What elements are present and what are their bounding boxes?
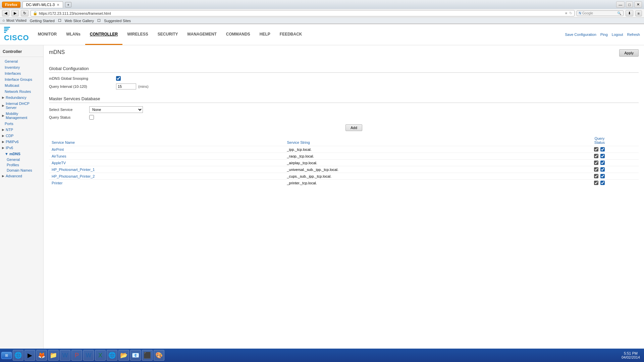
table-row: HP_Photosmart_Printer_2_cups._sub._ipp._… <box>49 173 639 180</box>
logout-link[interactable]: Logout <box>612 33 623 37</box>
address-bar[interactable]: 🔒 https://172.23.111.23/screens/frameset… <box>31 10 575 16</box>
add-button[interactable]: Add <box>345 124 362 131</box>
service-name-link-3[interactable]: HP_Photosmart_Printer_1 <box>52 168 95 172</box>
taskbar-clock: 5:51 PM 04/02/2014 <box>619 351 643 356</box>
nav-management[interactable]: MANAGEMENT <box>183 24 221 45</box>
taskbar-firefox-icon[interactable]: 🦊 <box>36 350 47 356</box>
service-name-link-5[interactable]: Printer <box>52 181 62 185</box>
select-service-dropdown[interactable]: None <box>89 106 143 113</box>
query-status-cell-2 <box>560 160 639 166</box>
query-interval-input[interactable] <box>116 83 136 89</box>
service-name-link-2[interactable]: AppleTV <box>52 161 66 165</box>
service-string-2: _airplay._tcp.local. <box>284 160 560 166</box>
new-tab-button[interactable]: + <box>65 2 71 7</box>
sidebar-item-ntp[interactable]: ▶NTP <box>0 127 43 133</box>
sidebar-item-redundancy[interactable]: ▶Redundancy <box>0 95 43 101</box>
row-check-2[interactable] <box>594 161 598 165</box>
sidebar-item-general[interactable]: General <box>0 58 43 64</box>
cisco-bar-3 <box>4 30 7 31</box>
app-container: CISCO MONITOR WLANs CONTROLLER WIRELESS … <box>0 24 644 356</box>
bookmark-web-slice[interactable]: Web Slice Gallery <box>65 18 94 23</box>
sidebar-sub-profiles[interactable]: Profiles <box>0 162 43 168</box>
nav-monitor[interactable]: MONITOR <box>33 24 61 45</box>
nav-commands[interactable]: COMMANDS <box>221 24 255 45</box>
row-query-check-5[interactable] <box>600 181 605 185</box>
service-name-link-4[interactable]: HP_Photosmart_Printer_2 <box>52 174 95 178</box>
query-status-cell-4 <box>560 173 639 180</box>
taskbar-network-icon[interactable]: 🌐 <box>107 350 117 356</box>
firefox-button[interactable]: Firefox <box>2 2 20 8</box>
sidebar-item-mdns[interactable]: ▼mDNS <box>0 151 43 157</box>
minimize-button[interactable]: — <box>616 1 625 8</box>
taskbar-powerpoint-icon[interactable]: P <box>71 350 82 356</box>
taskbar-word-icon[interactable]: W <box>60 350 70 356</box>
row-check-1[interactable] <box>594 154 598 158</box>
taskbar-paint-icon[interactable]: 🎨 <box>154 350 164 356</box>
sidebar-item-dhcp[interactable]: ▶Internal DHCP Server <box>0 101 43 111</box>
sidebar-item-network-routes[interactable]: Network Routes <box>0 88 43 95</box>
row-query-check-1[interactable] <box>600 154 605 158</box>
bookmark-suggested[interactable]: Suggested Sites <box>104 18 131 23</box>
ipv6-arrow-icon: ▶ <box>2 146 4 149</box>
refresh-button[interactable]: ↻ <box>21 10 29 16</box>
taskbar-word2-icon[interactable]: W <box>83 350 94 356</box>
row-query-check-3[interactable] <box>600 167 605 172</box>
tab-close-icon[interactable]: ✕ <box>57 3 59 7</box>
sidebar-item-pmipv6[interactable]: ▶PMIPv6 <box>0 139 43 145</box>
search-box[interactable]: N Google 🔍 <box>577 10 624 16</box>
save-config-link[interactable]: Save Configuration <box>565 33 596 37</box>
sidebar-item-inventory[interactable]: Inventory <box>0 64 43 70</box>
row-check-0[interactable] <box>594 147 598 152</box>
service-name-link-1[interactable]: AirTunes <box>52 154 66 158</box>
nav-security[interactable]: SECURITY <box>153 24 183 45</box>
taskbar-ie-icon[interactable]: 🌐 <box>13 350 23 356</box>
back-button[interactable]: ◀ <box>2 10 9 16</box>
downloads-button[interactable]: ⬇ <box>626 10 633 16</box>
sidebar-item-ipv6[interactable]: ▶IPv6 <box>0 145 43 151</box>
nav-wlans[interactable]: WLANs <box>61 24 85 45</box>
query-status-cell-0 <box>560 146 639 153</box>
menu-button[interactable]: ≡ <box>635 10 642 16</box>
mdns-snooping-checkbox[interactable] <box>116 76 121 81</box>
sidebar-item-multicast[interactable]: Multicast <box>0 82 43 88</box>
pmipv6-arrow-icon: ▶ <box>2 140 4 143</box>
nav-help[interactable]: HELP <box>255 24 275 45</box>
row-check-5[interactable] <box>594 181 598 185</box>
taskbar-explorer-icon[interactable]: 📁 <box>48 350 59 356</box>
service-name-link-0[interactable]: AirPrint <box>52 147 64 152</box>
taskbar-media-icon[interactable]: ▶ <box>24 350 35 356</box>
close-button[interactable]: ✕ <box>634 1 642 8</box>
maximize-button[interactable]: □ <box>626 1 633 8</box>
sidebar-sub-domain-names[interactable]: Domain Names <box>0 168 43 173</box>
forward-button[interactable]: ▶ <box>11 10 19 16</box>
refresh-link[interactable]: Refresh <box>627 33 640 37</box>
row-check-3[interactable] <box>594 167 598 172</box>
ping-link[interactable]: Ping <box>600 33 608 37</box>
apply-button[interactable]: Apply <box>619 49 639 57</box>
taskbar-outlook-icon[interactable]: 📧 <box>130 350 141 356</box>
browser-tab[interactable]: DC-WiFi-WLC1-3 ✕ <box>22 1 63 8</box>
row-query-check-0[interactable] <box>600 147 605 152</box>
nav-controller[interactable]: CONTROLLER <box>85 24 122 45</box>
service-string-0: _ipp._tcp.local. <box>284 146 560 153</box>
start-button[interactable]: ⊞ <box>1 352 12 356</box>
sidebar-item-mobility[interactable]: ▶Mobility Management <box>0 111 43 121</box>
sidebar-item-advanced[interactable]: ▶Advanced <box>0 173 43 179</box>
taskbar-excel-icon[interactable]: X <box>95 350 106 356</box>
bookmark-getting-started[interactable]: Getting Started <box>30 18 55 23</box>
row-query-check-2[interactable] <box>600 161 605 165</box>
bookmark-most-visited[interactable]: ☆ Most Visited <box>2 18 26 23</box>
sidebar-item-interface-groups[interactable]: Interface Groups <box>0 76 43 82</box>
nav-wireless[interactable]: WIRELESS <box>122 24 153 45</box>
table-row: AirTunes_raop._tcp.local. <box>49 153 639 160</box>
taskbar-folder2-icon[interactable]: 📂 <box>118 350 129 356</box>
query-status-checkbox[interactable] <box>89 115 94 120</box>
row-query-check-4[interactable] <box>600 174 605 178</box>
nav-feedback[interactable]: FEEDBACK <box>275 24 307 45</box>
sidebar-sub-general[interactable]: General <box>0 157 43 162</box>
sidebar-item-interfaces[interactable]: Interfaces <box>0 70 43 76</box>
row-check-4[interactable] <box>594 174 598 178</box>
taskbar-terminal-icon[interactable]: ⬛ <box>142 350 153 356</box>
sidebar-item-ports[interactable]: Ports <box>0 121 43 127</box>
sidebar-item-cdp[interactable]: ▶CDP <box>0 133 43 139</box>
